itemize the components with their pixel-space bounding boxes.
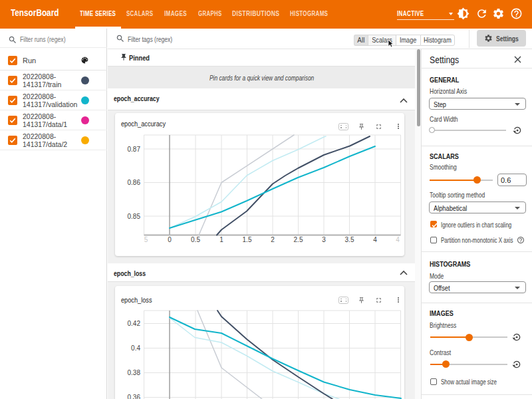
svg-text:5: 5 — [144, 236, 148, 243]
svg-text:2.5: 2.5 — [294, 236, 303, 243]
svg-text:2: 2 — [271, 236, 275, 243]
svg-text:0.4: 0.4 — [131, 344, 140, 352]
svg-text:0.86: 0.86 — [128, 179, 141, 186]
svg-text:4: 4 — [396, 236, 400, 243]
svg-text:3.5: 3.5 — [345, 236, 354, 243]
svg-text:0.42: 0.42 — [128, 320, 141, 327]
svg-text:0.36: 0.36 — [128, 394, 141, 399]
svg-text:3: 3 — [322, 236, 326, 243]
svg-text:0.38: 0.38 — [128, 369, 141, 376]
svg-text:0.85: 0.85 — [128, 213, 141, 220]
svg-text:1.5: 1.5 — [243, 236, 252, 243]
svg-text:1: 1 — [219, 236, 223, 243]
svg-text:0: 0 — [168, 236, 172, 243]
svg-text:0.5: 0.5 — [191, 236, 200, 243]
svg-text:4: 4 — [373, 236, 377, 243]
svg-text:0.87: 0.87 — [128, 146, 141, 153]
